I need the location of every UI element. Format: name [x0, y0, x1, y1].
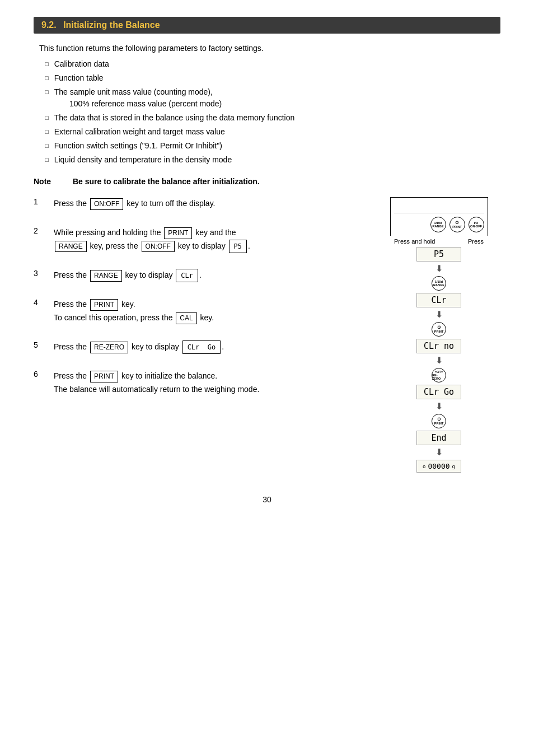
onoff-key-circle: I/O ON·OFF — [469, 217, 484, 232]
arrow-4: ⬇ — [435, 402, 443, 411]
step-1: 1 Press the ON:OFF key to turn off the d… — [34, 197, 360, 211]
step-1-number: 1 — [34, 197, 45, 206]
list-item: The sample unit mass value (counting mod… — [45, 86, 500, 110]
range-key-2: RANGE — [55, 241, 87, 253]
step-6-content: Press the PRINT key to initialize the ba… — [54, 370, 259, 396]
step-5-content: Press the RE-ZERO key to display CLr Go. — [54, 340, 224, 354]
balance-buttons-row: 1/10d RANGE ⊙ PRINT I/O ON·OFF — [394, 217, 484, 236]
step-4-number: 4 — [34, 298, 45, 307]
balance-top-line — [394, 202, 484, 213]
section-number: 9.2. — [41, 20, 57, 30]
print-key-2a: PRINT — [164, 227, 192, 239]
onoff-key-2: ON:OFF — [142, 241, 175, 253]
cal-key-4: CAL — [176, 312, 196, 324]
note-section: Note Be sure to calibrate the balance af… — [34, 177, 500, 186]
section-title: Initializing the Balance — [63, 20, 160, 30]
note-text: Be sure to calibrate the balance after i… — [73, 177, 260, 186]
list-item: Function switch settings ("9.1. Permit O… — [45, 140, 500, 152]
diagram: 1/10d RANGE ⊙ PRINT I/O ON·OFF — [377, 197, 500, 473]
range-key-3: RANGE — [90, 270, 122, 282]
steps-container: 1 Press the ON:OFF key to turn off the d… — [34, 197, 500, 473]
step-4: 4 Press the PRINT key. To cancel this op… — [34, 298, 360, 325]
step-5: 5 Press the RE-ZERO key to display CLr G… — [34, 340, 360, 354]
page-number: 30 — [34, 495, 500, 504]
note-label: Note — [34, 177, 62, 186]
section-header: 9.2. Initializing the Balance — [34, 17, 500, 34]
step-3-number: 3 — [34, 269, 45, 278]
diagram-display-clr-go: CLr Go — [416, 385, 461, 399]
press-hold-label: Press and hold Press — [394, 238, 484, 245]
diagram-display-p5: P5 — [416, 247, 461, 262]
print-key-small-1: ⊙ PRINT — [432, 322, 446, 337]
diagram-display-end: End — [416, 431, 461, 445]
diagram-display-final: o 00000 g — [416, 460, 461, 473]
step-1-content: Press the ON:OFF key to turn off the dis… — [54, 197, 216, 211]
step-6-number: 6 — [34, 370, 45, 379]
arrow-3: ⬇ — [435, 356, 443, 365]
rezero-key-small: =0/T= RE-ZERO — [432, 368, 446, 382]
step-3: 3 Press the RANGE key to display CLr. — [34, 269, 360, 282]
list-item: Function table — [45, 72, 500, 84]
diagram-display-clr-no: CLr no — [416, 339, 461, 353]
print-key-6: PRINT — [90, 371, 118, 382]
rezero-key-5: RE-ZERO — [90, 342, 128, 353]
list-item: External calibration weight and target m… — [45, 126, 500, 138]
display-clr-go: CLr Go — [182, 340, 221, 354]
steps-left: 1 Press the ON:OFF key to turn off the d… — [34, 197, 360, 473]
onoff-key-diagram: I/O ON·OFF — [469, 217, 484, 232]
list-item: The data that is stored in the balance u… — [45, 112, 500, 124]
step-2: 2 While pressing and holding the PRINT k… — [34, 226, 360, 253]
range-key-circle: 1/10d RANGE — [430, 217, 446, 232]
range-key-diagram: 1/10d RANGE — [430, 217, 446, 232]
display-clr-1: CLr — [176, 269, 198, 282]
arrow-2: ⬇ — [435, 310, 443, 319]
print-key-small-2: ⊙ PRINT — [432, 414, 446, 428]
step-5-number: 5 — [34, 340, 45, 349]
step-3-content: Press the RANGE key to display CLr. — [54, 269, 202, 282]
step-2-number: 2 — [34, 226, 45, 235]
step-6: 6 Press the PRINT key to initialize the … — [34, 370, 360, 396]
intro-text: This function returns the following para… — [39, 44, 500, 53]
step-2-content: While pressing and holding the PRINT key… — [54, 226, 250, 253]
print-key-circle: ⊙ PRINT — [449, 217, 465, 232]
bullet-list: Calibration data Function table The samp… — [45, 58, 500, 166]
display-p5: P5 — [229, 240, 247, 253]
list-item: Calibration data — [45, 58, 500, 70]
arrow-5: ⬇ — [435, 448, 443, 457]
print-key-diagram: ⊙ PRINT — [449, 217, 465, 232]
onoff-key-1: ON:OFF — [90, 198, 123, 210]
balance-device: 1/10d RANGE ⊙ PRINT I/O ON·OFF — [390, 197, 488, 236]
step-4-content: Press the PRINT key. To cancel this oper… — [54, 298, 214, 325]
arrow-1: ⬇ — [435, 264, 443, 273]
print-key-4: PRINT — [90, 299, 118, 311]
range-key-small: 1/10d RANGE — [432, 276, 446, 291]
diagram-display-clr: CLr — [416, 293, 461, 307]
list-item: Liquid density and temperature in the de… — [45, 154, 500, 166]
